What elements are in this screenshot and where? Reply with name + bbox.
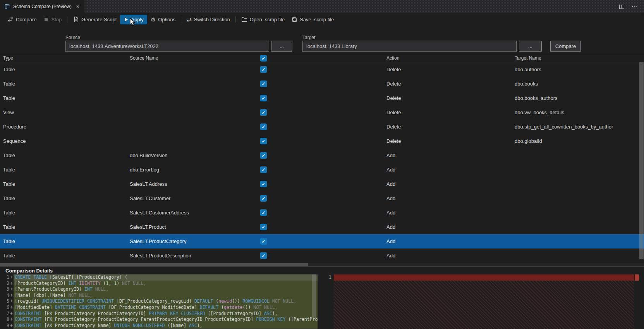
row-target-name: dbo.authors — [515, 62, 541, 77]
grid-vertical-scrollbar — [639, 62, 644, 263]
table-row[interactable]: Table SalesLT.Customer ✓ Add — [0, 191, 644, 206]
source-label: Source — [65, 35, 80, 40]
row-checkbox[interactable]: ✓ — [260, 166, 267, 173]
close-icon[interactable]: × — [76, 3, 79, 10]
row-checkbox[interactable]: ✓ — [260, 109, 267, 116]
compare-button[interactable]: Compare — [550, 41, 581, 52]
options-label: Options — [158, 17, 175, 22]
check-icon: ✓ — [261, 82, 265, 86]
row-type: Table — [3, 62, 15, 77]
row-checkbox[interactable]: ✓ — [260, 224, 267, 230]
save-scmp-label: Save .scmp file — [300, 17, 334, 22]
row-type: Table — [3, 91, 15, 105]
table-row[interactable]: Table SalesLT.Product ✓ Add — [0, 220, 644, 234]
compare-toolbar-button[interactable]: Compare — [4, 14, 40, 24]
table-row[interactable]: Table SalesLT.ProductCategory ✓ Add — [0, 234, 644, 248]
open-scmp-label: Open .scmp file — [250, 17, 285, 22]
row-checkbox[interactable]: ✓ — [260, 66, 267, 73]
line-number: 7 — [0, 311, 9, 317]
row-checkbox[interactable]: ✓ — [260, 152, 267, 159]
source-browse-button[interactable]: ... — [271, 41, 292, 52]
row-source-name: dbo.ErrorLog — [130, 163, 159, 177]
row-checkbox[interactable]: ✓ — [260, 252, 267, 259]
code-text: [ProductCategoryID] INT IDENTITY (1, 1) … — [14, 281, 318, 287]
code-text: CONSTRAINT [PK_ProductCategory_ProductCa… — [14, 311, 318, 317]
table-row[interactable]: Table ✓ Delete dbo.books — [0, 77, 644, 91]
save-scmp-button[interactable]: Save .scmp file — [288, 15, 337, 24]
switch-direction-button[interactable]: ⇄ Switch Direction — [183, 15, 234, 24]
row-action: Delete — [386, 134, 401, 148]
generate-script-label: Generate Script — [81, 17, 117, 22]
row-action: Add — [386, 191, 395, 206]
open-scmp-button[interactable]: Open .scmp file — [238, 14, 288, 24]
diff-add-marker: + — [9, 281, 14, 287]
row-checkbox[interactable]: ✓ — [260, 209, 267, 216]
target-label: Target — [302, 35, 315, 40]
tab-schema-compare[interactable]: Schema Compare (Preview) × — [0, 0, 84, 13]
table-row[interactable]: Table SalesLT.CustomerAddress ✓ Add — [0, 206, 644, 220]
table-row[interactable]: Table SalesLT.Address ✓ Add — [0, 177, 644, 191]
table-row[interactable]: Table ✓ Delete dbo.books_authors — [0, 91, 644, 105]
row-action: Delete — [386, 91, 401, 105]
check-icon: ✓ — [261, 139, 265, 144]
row-checkbox[interactable]: ✓ — [260, 181, 267, 187]
grid-horizontal-scrollbar-thumb[interactable] — [0, 263, 308, 266]
row-checkbox[interactable]: ✓ — [260, 81, 267, 87]
table-row[interactable]: Table dbo.BuildVersion ✓ Add — [0, 148, 644, 163]
diff-source-scrollbar-thumb[interactable] — [312, 274, 316, 318]
row-source-name: SalesLT.Customer — [130, 191, 170, 206]
split-editor-icon[interactable] — [619, 4, 625, 10]
generate-script-button[interactable]: Generate Script — [69, 14, 120, 24]
tab-title: Schema Compare (Preview) — [13, 4, 72, 9]
table-row[interactable]: Table SalesLT.ProductDescription ✓ Add — [0, 248, 644, 263]
row-checkbox[interactable]: ✓ — [260, 95, 267, 101]
comparison-details-panel: Comparison Details 1+CREATE TABLE [Sales… — [0, 266, 644, 329]
empty-diff-hatch-region — [334, 281, 634, 329]
target-connection-input[interactable]: localhost, 1433.Library — [302, 41, 517, 52]
stop-button[interactable]: Stop — [40, 15, 65, 24]
row-type: Table — [3, 234, 15, 248]
row-checkbox[interactable]: ✓ — [260, 195, 267, 202]
code-text: [ParentProductCategoryID] INT NULL, — [14, 286, 318, 293]
more-actions-icon[interactable]: ⋯ — [632, 3, 638, 10]
check-icon: ✓ — [261, 211, 265, 215]
table-row[interactable]: Table ✓ Delete dbo.authors — [0, 62, 644, 77]
row-target-name: dbo.vw_books_details — [515, 105, 564, 120]
options-button[interactable]: ⚙ Options — [147, 15, 179, 24]
target-browse-button[interactable]: ... — [519, 41, 542, 52]
row-checkbox[interactable]: ✓ — [260, 123, 267, 130]
source-connection-input[interactable]: localhost, 1433.AdventureWorksLT2022 — [65, 41, 269, 52]
row-action: Add — [386, 148, 395, 163]
editor-actions: ⋯ — [619, 0, 644, 13]
check-icon: ✓ — [261, 67, 265, 72]
table-row[interactable]: View ✓ Delete dbo.vw_books_details — [0, 105, 644, 120]
stop-icon — [43, 17, 49, 22]
row-checkbox[interactable]: ✓ — [260, 138, 267, 144]
diff-add-marker: + — [9, 293, 14, 299]
code-text: [ModifiedDate] DATETIME CONSTRAINT [DF_P… — [14, 305, 318, 311]
diff-delete-ruler-mark — [635, 274, 639, 281]
target-line-number: 1 — [325, 274, 331, 281]
diff-add-marker: + — [9, 305, 14, 311]
check-icon: ✓ — [261, 125, 265, 129]
toolbar-separator — [67, 16, 67, 22]
gear-icon: ⚙ — [151, 17, 156, 22]
table-row[interactable]: Procedure ✓ Delete dbo.stp_get_all_cowri… — [0, 120, 644, 134]
check-icon: ✓ — [261, 225, 265, 230]
grid-vertical-scrollbar-thumb[interactable] — [639, 62, 644, 259]
table-row[interactable]: Table dbo.ErrorLog ✓ Add — [0, 163, 644, 177]
select-all-checkbox[interactable]: ✓ — [260, 55, 267, 62]
check-icon: ✓ — [261, 254, 265, 258]
diff-add-marker: + — [9, 323, 14, 329]
apply-button[interactable]: Apply — [120, 15, 147, 24]
code-text: [Name] [dbo].[Name] NOT NULL, — [14, 293, 318, 299]
diff-add-marker: + — [9, 298, 14, 305]
line-number: 4 — [0, 293, 9, 299]
line-number: 1 — [0, 274, 9, 281]
row-target-name: dbo.books — [515, 77, 538, 91]
row-checkbox[interactable]: ✓ — [260, 238, 267, 245]
compare-icon — [7, 16, 14, 22]
row-action: Add — [386, 248, 395, 263]
table-row[interactable]: Sequence ✓ Delete dbo.globalId — [0, 134, 644, 148]
check-icon: ✓ — [261, 196, 265, 201]
